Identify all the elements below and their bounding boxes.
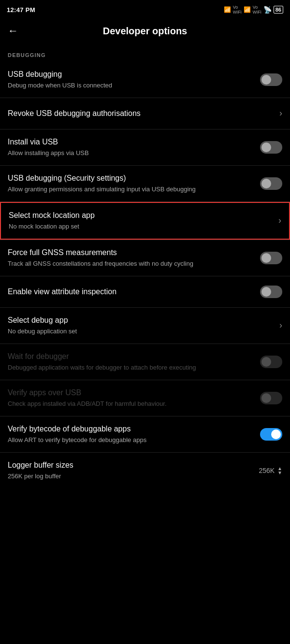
settings-item-verify-apps-usb[interactable]: Verify apps over USBCheck apps installed… [0, 380, 290, 416]
settings-item-revoke-usb[interactable]: Revoke USB debugging authorisations› [0, 98, 290, 129]
toggle-usb-debugging-security[interactable] [260, 177, 282, 190]
item-subtitle-usb-debugging-security: Allow granting permissions and simulatin… [8, 185, 254, 194]
item-subtitle-select-debug-app: No debug application set [8, 327, 274, 336]
item-title-wait-for-debugger: Wait for debugger [8, 352, 254, 362]
item-subtitle-verify-apps-usb: Check apps installed via ADB/ADT for har… [8, 400, 254, 408]
item-title-revoke-usb: Revoke USB debugging authorisations [8, 109, 274, 119]
item-content-view-attribute-inspection: Enable view attribute inspection [8, 287, 254, 297]
chevron-icon-select-debug-app: › [279, 320, 282, 330]
settings-item-select-mock-location[interactable]: Select mock location appNo mock location… [0, 202, 290, 240]
wifi-icon: 📡 [263, 6, 272, 14]
toggle-install-via-usb[interactable] [260, 141, 282, 154]
item-subtitle-verify-bytecode: Allow ART to verify bytecode for debugga… [8, 436, 254, 444]
settings-item-usb-debugging-security[interactable]: USB debugging (Security settings)Allow g… [0, 166, 290, 201]
chevron-icon-select-mock-location: › [278, 215, 281, 226]
value-display-logger-buffer-sizes[interactable]: 256K▲▼ [259, 466, 282, 475]
status-bar: 12:47 PM 📶 VoWiFi 📶 VoWiFi 📡 86 [0, 0, 290, 17]
item-content-usb-debugging-security: USB debugging (Security settings)Allow g… [8, 173, 254, 194]
item-title-usb-debugging: USB debugging [8, 70, 254, 80]
signal-icon2: 📶 [244, 6, 251, 13]
settings-item-logger-buffer-sizes[interactable]: Logger buffer sizes256K per log buffer25… [0, 453, 290, 488]
item-title-select-mock-location: Select mock location app [9, 211, 273, 221]
settings-item-select-debug-app[interactable]: Select debug appNo debug application set… [0, 308, 290, 343]
stepper-icon-logger-buffer-sizes: ▲▼ [277, 466, 282, 475]
item-subtitle-force-gnss: Track all GNSS constellations and freque… [8, 259, 254, 268]
settings-item-view-attribute-inspection[interactable]: Enable view attribute inspection [0, 276, 290, 307]
item-title-usb-debugging-security: USB debugging (Security settings) [8, 173, 254, 184]
item-title-force-gnss: Force full GNSS measurements [8, 248, 254, 258]
battery-indicator: 86 [274, 6, 283, 14]
toggle-wait-for-debugger[interactable] [260, 356, 282, 368]
item-title-logger-buffer-sizes: Logger buffer sizes [8, 460, 253, 471]
item-content-revoke-usb: Revoke USB debugging authorisations [8, 109, 274, 119]
signal-icon: 📶 [224, 6, 231, 13]
back-button[interactable]: ← [8, 25, 18, 37]
value-text-logger-buffer-sizes: 256K [259, 467, 275, 474]
item-content-verify-apps-usb: Verify apps over USBCheck apps installed… [8, 388, 254, 408]
settings-item-wait-for-debugger[interactable]: Wait for debuggerDebugged application wa… [0, 344, 290, 380]
status-icons: 📶 VoWiFi 📶 VoWiFi 📡 86 [224, 5, 283, 14]
item-content-logger-buffer-sizes: Logger buffer sizes256K per log buffer [8, 460, 253, 481]
item-title-verify-apps-usb: Verify apps over USB [8, 388, 254, 398]
item-content-wait-for-debugger: Wait for debuggerDebugged application wa… [8, 352, 254, 372]
item-content-verify-bytecode: Verify bytecode of debuggable appsAllow … [8, 424, 254, 444]
toggle-force-gnss[interactable] [260, 252, 282, 264]
item-subtitle-logger-buffer-sizes: 256K per log buffer [8, 472, 253, 481]
item-subtitle-install-via-usb: Allow installing apps via USB [8, 149, 254, 157]
item-subtitle-usb-debugging: Debug mode when USB is connected [8, 81, 254, 90]
toggle-verify-bytecode[interactable] [260, 428, 282, 441]
vo-wifi-icon2: VoWiFi [253, 5, 261, 14]
item-title-install-via-usb: Install via USB [8, 137, 254, 147]
item-content-install-via-usb: Install via USBAllow installing apps via… [8, 137, 254, 157]
item-title-verify-bytecode: Verify bytecode of debuggable apps [8, 424, 254, 434]
chevron-icon-revoke-usb: › [279, 108, 282, 118]
page-title: Developer options [26, 26, 264, 37]
item-content-select-mock-location: Select mock location appNo mock location… [9, 211, 273, 231]
app-bar: ← Developer options [0, 17, 290, 44]
item-title-select-debug-app: Select debug app [8, 315, 274, 326]
item-content-select-debug-app: Select debug appNo debug application set [8, 315, 274, 336]
section-header-debugging: DEBUGGING [0, 44, 290, 62]
item-content-force-gnss: Force full GNSS measurementsTrack all GN… [8, 248, 254, 268]
item-title-view-attribute-inspection: Enable view attribute inspection [8, 287, 254, 297]
toggle-usb-debugging[interactable] [260, 73, 282, 86]
settings-list: DEBUGGINGUSB debuggingDebug mode when US… [0, 44, 290, 488]
toggle-view-attribute-inspection[interactable] [260, 286, 282, 298]
settings-item-usb-debugging[interactable]: USB debuggingDebug mode when USB is conn… [0, 62, 290, 98]
vo-wifi-icon1: VoWiFi [233, 5, 242, 14]
item-subtitle-select-mock-location: No mock location app set [9, 222, 273, 231]
item-subtitle-wait-for-debugger: Debugged application waits for debugger … [8, 363, 254, 372]
settings-item-install-via-usb[interactable]: Install via USBAllow installing apps via… [0, 129, 290, 165]
status-time: 12:47 PM [7, 6, 35, 14]
toggle-verify-apps-usb[interactable] [260, 392, 282, 404]
settings-item-verify-bytecode[interactable]: Verify bytecode of debuggable appsAllow … [0, 416, 290, 452]
item-content-usb-debugging: USB debuggingDebug mode when USB is conn… [8, 70, 254, 90]
settings-item-force-gnss[interactable]: Force full GNSS measurementsTrack all GN… [0, 240, 290, 276]
